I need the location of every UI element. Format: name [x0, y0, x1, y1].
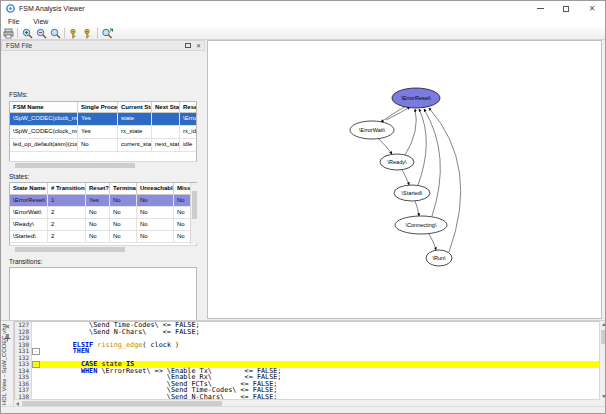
- table-cell: \SpW_CODEC(clock_mul...: [10, 126, 78, 138]
- transition-edge-Connecting-Run: [429, 234, 436, 250]
- table-cell: No: [86, 231, 110, 242]
- float-panel-icon[interactable]: [185, 43, 191, 48]
- table-cell: No: [86, 207, 110, 218]
- scroll-left-arrow[interactable]: [16, 402, 19, 406]
- transition-edge-ErrorWait-Ready: [378, 138, 392, 154]
- hdl-view-tab-strip: ✕ HDL View - SpW_CODEC.vhd: [1, 321, 14, 407]
- column-header[interactable]: State Name: [10, 183, 48, 194]
- table-cell: \ErrorWait\: [10, 207, 48, 218]
- title-bar: FSM Analysis Viewer ✕: [1, 1, 605, 16]
- table-cell: Yes: [86, 195, 110, 206]
- state-node-Run[interactable]: \Run\: [426, 250, 452, 266]
- state-node-Ready[interactable]: \Ready\: [380, 154, 414, 170]
- svg-text:\Connecting\: \Connecting\: [406, 222, 437, 228]
- column-header[interactable]: # Transitions: [48, 183, 86, 194]
- zoom-out-icon: [36, 28, 47, 39]
- code-vscrollbar[interactable]: [599, 321, 606, 400]
- table-cell: next_state: [152, 139, 180, 151]
- table-row[interactable]: \ErrorReset\1YesNoNoNo: [10, 195, 196, 207]
- table-cell: led_op_default(asm)(cur...: [10, 139, 78, 151]
- table-cell: No: [110, 231, 137, 242]
- table-row[interactable]: led_op_default(asm)(cur...Nocurrent_stat…: [10, 139, 196, 152]
- status-strip: [1, 406, 606, 414]
- fsm-diagram: \ErrorReset\\ErrorWait\\Ready\\Started\\…: [208, 41, 601, 318]
- zoom-in-icon: [22, 28, 33, 39]
- print-icon: [3, 28, 14, 39]
- menu-bar: File View: [1, 16, 605, 27]
- svg-text:\Ready\: \Ready\: [388, 159, 407, 165]
- table-cell: No: [110, 195, 137, 206]
- states-hscrollbar[interactable]: [9, 245, 197, 252]
- menu-view[interactable]: View: [26, 18, 55, 25]
- toolbar: [1, 27, 605, 40]
- code-editor[interactable]: 127 \Send Time-Codes\ <= FALSE;128 \Send…: [14, 321, 606, 400]
- table-cell: [152, 113, 180, 125]
- state-node-ErrorWait[interactable]: \ErrorWait\: [350, 121, 394, 139]
- column-header[interactable]: Reset?: [86, 183, 110, 194]
- column-header[interactable]: Single Process?: [78, 102, 118, 112]
- table-cell: 1: [48, 195, 86, 206]
- code-hscrollbar[interactable]: [14, 399, 599, 406]
- table-cell: idle: [180, 139, 197, 151]
- table-row[interactable]: \Started\2NoNoNoNo: [10, 231, 196, 243]
- scroll-thumb[interactable]: [15, 247, 125, 252]
- column-header[interactable]: Rese: [180, 102, 197, 112]
- zoom-in-button[interactable]: [20, 27, 34, 39]
- scroll-down-arrow[interactable]: [602, 395, 606, 398]
- table-header-row: State Name# TransitionsReset?Terminal?Un…: [10, 183, 196, 195]
- hdl-view-tab[interactable]: HDL View - SpW_CODEC.vhd: [1, 324, 14, 405]
- zoom-out-button[interactable]: [34, 27, 48, 39]
- key-prev-button[interactable]: [81, 27, 95, 39]
- key-next-button[interactable]: [67, 27, 81, 39]
- close-panel-icon[interactable]: ✕: [193, 42, 204, 49]
- column-header[interactable]: FSM Name: [10, 102, 78, 112]
- state-node-Started[interactable]: \Started\: [394, 185, 430, 201]
- scroll-thumb[interactable]: [601, 330, 606, 344]
- toolbar-separator: [97, 28, 98, 38]
- table-cell: No: [110, 207, 137, 218]
- table-cell: state: [118, 113, 152, 125]
- table-row[interactable]: \SpW_CODEC(clock_mul...Yesrx_staterx_idl: [10, 126, 196, 139]
- transition-edge-Ready-ErrorReset: [405, 109, 416, 155]
- table-cell: No: [137, 207, 174, 218]
- table-cell: Yes: [78, 113, 118, 125]
- column-header[interactable]: Unreachable?: [137, 183, 174, 194]
- close-button[interactable]: ✕: [579, 1, 605, 16]
- transitions-label: Transitions:: [9, 258, 42, 265]
- transition-edge-Started-Connecting: [415, 201, 419, 216]
- scroll-thumb[interactable]: [15, 163, 135, 168]
- svg-text:\ErrorWait\: \ErrorWait\: [359, 127, 386, 133]
- table-row[interactable]: \Ready\2NoNoNoNo: [10, 219, 196, 231]
- zoom-fit-button[interactable]: [100, 27, 114, 39]
- table-cell: No: [110, 219, 137, 230]
- table-row[interactable]: \SpW_CODEC(clock_mul...Yesstate\Erro: [10, 113, 196, 126]
- fsms-hscrollbar[interactable]: [9, 161, 197, 168]
- table-cell: current_state: [118, 139, 152, 151]
- transition-edge-Started-ErrorReset: [418, 109, 426, 185]
- table-cell: \Erro: [180, 113, 197, 125]
- transition-edge-ErrorWait-ErrorReset: [386, 107, 410, 120]
- panel-title: FSM File: [2, 42, 185, 49]
- print-button[interactable]: [1, 27, 15, 39]
- scroll-thumb[interactable]: [192, 191, 197, 219]
- minimize-button[interactable]: [527, 1, 553, 16]
- column-header[interactable]: Terminal?: [110, 183, 137, 194]
- app-window: FSM Analysis Viewer ✕ File View: [0, 0, 606, 414]
- maximize-button[interactable]: [553, 1, 579, 16]
- zoom-actual-button[interactable]: [48, 27, 62, 39]
- states-vscrollbar[interactable]: [190, 183, 197, 244]
- table-cell: No: [137, 231, 174, 242]
- menu-file[interactable]: File: [1, 18, 26, 25]
- transition-edge-Connecting-ErrorReset: [424, 109, 440, 216]
- table-row[interactable]: \ErrorWait\2NoNoNoNo: [10, 207, 196, 219]
- table-cell: Yes: [78, 126, 118, 138]
- table-cell: rx_idl: [180, 126, 197, 138]
- column-header[interactable]: Next State: [152, 102, 180, 112]
- diagram-panel: \ErrorReset\\ErrorWait\\Ready\\Started\\…: [207, 40, 602, 319]
- scroll-up-arrow[interactable]: [602, 323, 606, 326]
- state-node-ErrorReset[interactable]: \ErrorReset\: [392, 88, 440, 108]
- states-label: States:: [9, 173, 29, 180]
- state-node-Connecting[interactable]: \Connecting\: [395, 216, 447, 234]
- column-header[interactable]: Current State: [118, 102, 152, 112]
- table-cell: No: [137, 195, 174, 206]
